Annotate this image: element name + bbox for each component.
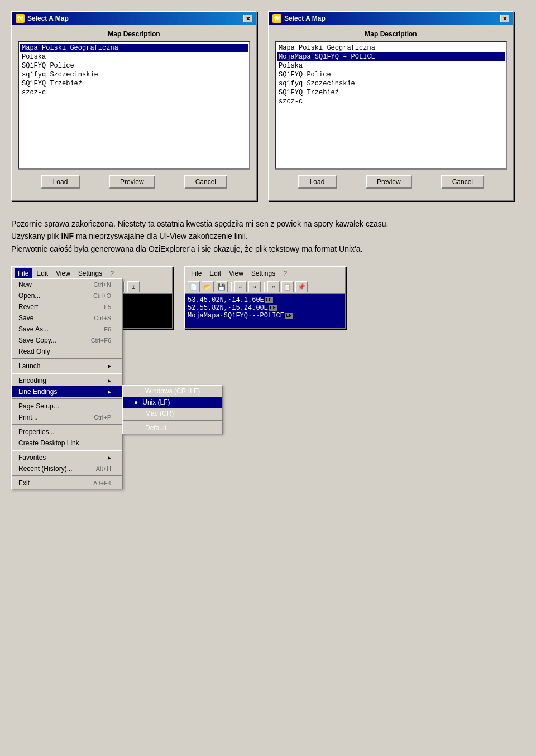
- list-item[interactable]: sq1fyq Szczecinskie: [20, 70, 248, 79]
- sep-1: [12, 358, 122, 359]
- settings-menu-item[interactable]: Settings: [75, 268, 106, 278]
- paragraph-1: Pozornie sprawa zakończona. Niestety ta …: [11, 218, 402, 243]
- dialog-2-buttons: Load Preview Cancel: [275, 170, 507, 194]
- menu-save-as[interactable]: Save As... F6: [12, 324, 122, 335]
- preview-button[interactable]: Preview: [109, 175, 155, 189]
- list-item[interactable]: SQ1FYQ Trzebieź: [20, 79, 248, 88]
- titlebar-left: 🗺 Select A Map: [272, 14, 326, 23]
- load-button[interactable]: Load: [298, 175, 337, 189]
- submenu-sep: [123, 420, 222, 421]
- list-item[interactable]: Mapa Polski Geograficzna: [20, 44, 248, 52]
- menu-create-desktop-link[interactable]: Create Desktop Link: [12, 437, 122, 449]
- terminal-settings-menu[interactable]: Settings: [248, 268, 279, 278]
- terminal-undo-btn[interactable]: ↩: [234, 281, 247, 292]
- menu-print[interactable]: Print... Ctrl+P: [12, 412, 122, 423]
- sep-6: [12, 475, 122, 476]
- submenu-unix[interactable]: ● Unix (LF): [123, 397, 222, 408]
- cancel-button[interactable]: Cancel: [441, 175, 484, 189]
- terminal-content: 53.45.02N,·14.1.60ELF 52.55.82N,·15.24.0…: [185, 294, 345, 328]
- terminal-redo-btn[interactable]: ↪: [248, 281, 261, 292]
- dialog-1-buttons: Load Preview Cancel: [18, 170, 250, 194]
- menu-new[interactable]: New Ctrl+N: [12, 279, 122, 290]
- terminal-open-btn[interactable]: 📂: [202, 281, 214, 292]
- list-item[interactable]: SQ1FYQ Police: [20, 61, 248, 70]
- lf-marker: LF: [269, 305, 277, 311]
- dialog-2-header: Map Description: [275, 30, 507, 38]
- titlebar-left: 🗺 Select A Map: [16, 14, 69, 23]
- lf-marker: LF: [265, 297, 273, 303]
- terminal-menu-bar: File Edit View Settings ?: [185, 267, 345, 280]
- list-item[interactable]: SQ1FYQ Trzebieź: [277, 88, 505, 97]
- menu-page-setup[interactable]: Page Setup...: [12, 401, 122, 412]
- menu-save-copy[interactable]: Save Copy... Ctrl+F6: [12, 335, 122, 346]
- dialog-2-title: Select A Map: [284, 15, 326, 22]
- close-button[interactable]: ✕: [243, 15, 252, 22]
- sep-3: [12, 398, 122, 399]
- preview-button[interactable]: Preview: [366, 175, 412, 189]
- view-menu-item[interactable]: View: [52, 268, 74, 278]
- terminal-toolbar: 📄 📂 💾 ↩ ↪ ✂ 📋 📌: [185, 280, 345, 294]
- terminal-line-1: 53.45.02N,·14.1.60ELF: [188, 296, 343, 304]
- terminal-view-menu[interactable]: View: [226, 268, 247, 278]
- dialog-2-titlebar: 🗺 Select A Map ✕: [269, 12, 513, 25]
- menu-revert[interactable]: Revert F5: [12, 301, 122, 312]
- menu-exit[interactable]: Exit Alt+F4: [12, 478, 122, 489]
- radio-empty: [134, 411, 138, 416]
- submenu-windows[interactable]: Windows (CR+LF): [123, 386, 222, 397]
- file-menu-item[interactable]: File: [15, 268, 32, 278]
- dialogs-row: 🗺 Select A Map ✕ Map Description Mapa Po…: [11, 11, 525, 201]
- menu-encoding[interactable]: Encoding ▶: [12, 375, 122, 386]
- terminal-save-btn[interactable]: 💾: [216, 281, 228, 292]
- dialog-2: 🗺 Select A Map ✕ Map Description Mapa Po…: [268, 11, 514, 201]
- toolbar-sep-3: [123, 282, 125, 292]
- terminal-copy-btn[interactable]: 📋: [281, 281, 294, 292]
- list-item[interactable]: MojaMapa SQ1FYQ – POLICE: [277, 52, 505, 61]
- terminal-app: File Edit View Settings ? 📄 📂 💾 ↩ ↪ ✂ 📋 …: [184, 266, 346, 329]
- radio-empty: [134, 426, 138, 430]
- line-endings-submenu: Windows (CR+LF) ● Unix (LF) Mac (CR) Def…: [122, 385, 223, 434]
- terminal-new-btn[interactable]: 📄: [188, 281, 200, 292]
- sep-2: [12, 373, 122, 374]
- menu-read-only[interactable]: Read Only: [12, 346, 122, 357]
- terminal-edit-menu[interactable]: Edit: [206, 268, 224, 278]
- list-item[interactable]: Polska: [20, 52, 248, 61]
- dialog-1-title: Select A Map: [27, 15, 69, 22]
- list-item[interactable]: sq1fyq Szczecinskie: [277, 79, 505, 88]
- map-list-1[interactable]: Mapa Polski Geograficzna Polska SQ1FYQ P…: [18, 41, 250, 170]
- map-list-2[interactable]: Mapa Polski Geograficzna MojaMapa SQ1FYQ…: [275, 41, 507, 170]
- menu-save[interactable]: Save Ctrl+S: [12, 312, 122, 324]
- list-item[interactable]: szcz-c: [20, 88, 248, 97]
- close-button[interactable]: ✕: [500, 15, 509, 22]
- menu-open[interactable]: Open... Ctrl+O: [12, 290, 122, 301]
- help-menu-item[interactable]: ?: [107, 268, 117, 278]
- list-item[interactable]: Polska: [277, 61, 505, 70]
- dialog-1-header: Map Description: [18, 30, 250, 38]
- dialog-1-titlebar: 🗺 Select A Map ✕: [12, 12, 256, 25]
- terminal-line-2: 52.55.82N,·15.24.00ELF: [188, 304, 343, 312]
- list-item[interactable]: szcz-c: [277, 97, 505, 106]
- menu-launch[interactable]: Launch ▶: [12, 360, 122, 372]
- cancel-button[interactable]: Cancel: [184, 175, 227, 189]
- submenu-mac[interactable]: Mac (CR): [123, 408, 222, 419]
- terminal-help-menu[interactable]: ?: [280, 268, 290, 278]
- menu-properties[interactable]: Properties...: [12, 426, 122, 437]
- menu-recent[interactable]: Recent (History)... Alt+H: [12, 463, 122, 474]
- menu-line-endings[interactable]: Line Endings ▶ Windows (CR+LF) ● Unix (L…: [12, 386, 122, 397]
- edit-menu-item[interactable]: Edit: [33, 268, 51, 278]
- radio-empty: [134, 389, 138, 393]
- table-toolbar-btn[interactable]: ⊞: [127, 281, 140, 292]
- dialog-icon: 🗺: [272, 14, 281, 23]
- dialog-2-content: Map Description Mapa Polski Geograficzna…: [269, 25, 513, 200]
- lf-marker: LF: [285, 313, 293, 319]
- file-dropdown: New Ctrl+N Open... Ctrl+O Revert F5 Save…: [11, 278, 123, 489]
- menu-favorites[interactable]: Favorites ▶: [12, 452, 122, 463]
- terminal-cut-btn[interactable]: ✂: [267, 281, 280, 292]
- terminal-file-menu[interactable]: File: [188, 268, 205, 278]
- text-editor-container: File Edit View Settings ? 📄 📂 💾 ↩ ↪ 🔍 ab…: [11, 266, 173, 329]
- load-button[interactable]: Load: [41, 175, 80, 189]
- list-item[interactable]: SQ1FYQ Police: [277, 70, 505, 79]
- list-item[interactable]: Mapa Polski Geograficzna: [277, 44, 505, 52]
- terminal-line-3: MojaMapa·SQ1FYQ·-·POLICELF: [188, 312, 343, 320]
- terminal-paste-btn[interactable]: 📌: [295, 281, 308, 292]
- submenu-default[interactable]: Default...: [123, 422, 222, 434]
